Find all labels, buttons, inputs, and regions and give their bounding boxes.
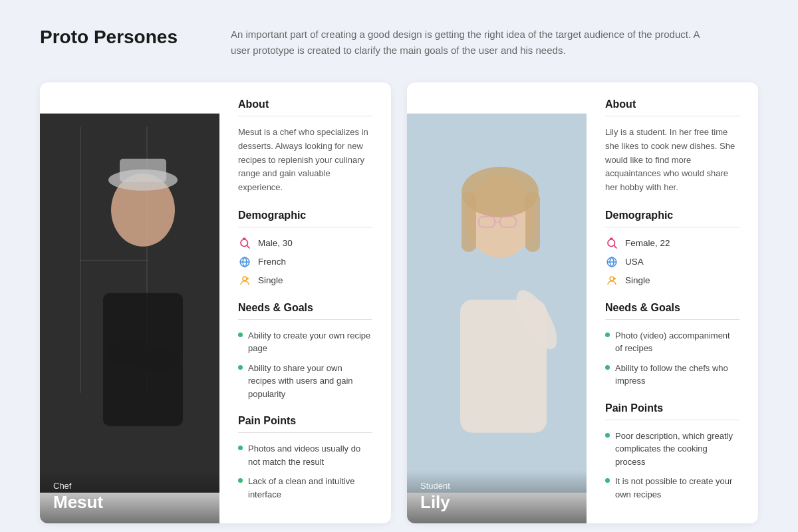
needs-title: Needs & Goals: [605, 302, 739, 314]
pain-item: Poor description, which greatly complica…: [605, 430, 739, 469]
svg-rect-7: [120, 159, 166, 182]
need-item: Ability to share your own recipes with u…: [238, 362, 372, 401]
persona-role: Chef: [53, 481, 206, 491]
about-text: Mesut is a chef who specializes in desse…: [238, 126, 372, 195]
section-divider: [605, 227, 739, 227]
needs-section: Needs & Goals Ability to create your own…: [238, 302, 372, 401]
need-text-0: Ability to create your own recipe page: [248, 329, 372, 355]
persona-role: Student: [420, 481, 573, 491]
demographic-icon-0: [605, 237, 618, 250]
needs-title: Needs & Goals: [238, 302, 372, 314]
pain-section: Pain Points Poor description, which grea…: [605, 402, 739, 501]
demographic-text-0: Female, 22: [625, 238, 670, 248]
demographic-text-2: Single: [625, 275, 650, 285]
svg-point-10: [133, 348, 180, 372]
section-divider: [605, 116, 739, 116]
svg-line-12: [247, 245, 249, 248]
need-text-0: Photo (video) accompaniment of recipes: [615, 329, 739, 355]
demographic-item: Single: [605, 274, 739, 287]
svg-rect-4: [80, 260, 148, 261]
demographic-icon-0: [238, 237, 251, 250]
persona-image-section: Student Lily: [407, 82, 587, 523]
demographic-icon-2: [605, 274, 618, 287]
svg-point-11: [241, 239, 248, 247]
needs-list: Ability to create your own recipe page A…: [238, 329, 372, 401]
need-item: Ability to create your own recipe page: [238, 329, 372, 355]
about-text: Lily is a student. In her free time she …: [605, 126, 739, 195]
bullet-dot: [238, 365, 243, 370]
persona-image-section: Chef Mesut: [40, 82, 219, 523]
need-item: Ability to follow the chefs who impress: [605, 362, 739, 388]
demographic-title: Demographic: [605, 209, 739, 221]
pain-text-1: It is not possible to create your own re…: [615, 475, 739, 501]
page-header: Proto Persones An important part of crea…: [40, 27, 758, 59]
bullet-dot: [605, 478, 610, 483]
pain-text-0: Poor description, which greatly complica…: [615, 430, 739, 469]
svg-point-17: [243, 277, 247, 281]
demographic-text-1: USA: [625, 257, 644, 267]
persona-details: About Lily is a student. In her free tim…: [587, 82, 758, 523]
pain-item: Lack of a clean and intuitive interface: [238, 475, 372, 501]
bullet-dot: [605, 365, 610, 370]
persona-card-mesut: Chef Mesut About Mesut is a chef who spe…: [40, 82, 391, 523]
pain-text-0: Photos and videos usually do not match t…: [248, 442, 372, 468]
persona-card-lily: Student Lily About Lily is a student. In…: [407, 82, 758, 523]
demographic-text-0: Male, 30: [258, 238, 293, 248]
demographic-item: Female, 22: [605, 237, 739, 250]
pain-item: Photos and videos usually do not match t…: [238, 442, 372, 468]
bullet-dot: [238, 332, 243, 337]
demographic-text-2: Single: [258, 275, 283, 285]
needs-section: Needs & Goals Photo (video) accompanimen…: [605, 302, 739, 388]
demographic-item: USA: [605, 255, 739, 269]
demographic-section: Demographic Male, 30 French Single: [238, 209, 372, 287]
svg-rect-22: [462, 192, 476, 252]
page-title: Proto Persones: [40, 27, 178, 48]
svg-point-35: [610, 277, 614, 281]
svg-point-29: [608, 239, 615, 247]
demographic-item: Single: [238, 274, 372, 287]
about-title: About: [605, 98, 739, 110]
section-divider: [238, 319, 372, 320]
pain-list: Photos and videos usually do not match t…: [238, 442, 372, 501]
persona-name: Mesut: [53, 492, 206, 513]
persona-details: About Mesut is a chef who specializes in…: [219, 82, 391, 523]
demographic-item: French: [238, 255, 372, 269]
demographic-text-1: French: [258, 257, 286, 267]
section-divider: [238, 432, 372, 433]
need-item: Photo (video) accompaniment of recipes: [605, 329, 739, 355]
persona-name: Lily: [420, 492, 573, 513]
pain-title: Pain Points: [238, 415, 372, 427]
pain-section: Pain Points Photos and videos usually do…: [238, 415, 372, 501]
demographic-title: Demographic: [238, 209, 372, 221]
page-description: An important part of creating a good des…: [231, 27, 710, 59]
section-divider: [605, 420, 739, 420]
svg-line-30: [614, 245, 616, 248]
demographic-icon-2: [238, 274, 251, 287]
pain-text-1: Lack of a clean and intuitive interface: [248, 475, 372, 501]
need-text-1: Ability to follow the chefs who impress: [615, 362, 739, 388]
persona-label: Student Lily: [407, 470, 587, 523]
demographic-section: Demographic Female, 22 USA Single: [605, 209, 739, 287]
section-divider: [605, 319, 739, 320]
bullet-dot: [238, 446, 243, 450]
bullet-dot: [605, 433, 610, 438]
pain-title: Pain Points: [605, 402, 739, 414]
bullet-dot: [605, 332, 610, 337]
section-divider: [238, 227, 372, 227]
demographic-icon-1: [238, 255, 251, 269]
demographic-icon-1: [605, 255, 618, 269]
about-title: About: [238, 98, 372, 110]
bullet-dot: [238, 478, 243, 483]
persona-label: Chef Mesut: [40, 470, 219, 523]
svg-rect-23: [525, 192, 540, 252]
pain-item: It is not possible to create your own re…: [605, 475, 739, 501]
pain-list: Poor description, which greatly complica…: [605, 430, 739, 501]
demographic-item: Male, 30: [238, 237, 372, 250]
section-divider: [238, 116, 372, 116]
personas-grid: Chef Mesut About Mesut is a chef who spe…: [40, 82, 758, 523]
need-text-1: Ability to share your own recipes with u…: [248, 362, 372, 401]
needs-list: Photo (video) accompaniment of recipes A…: [605, 329, 739, 388]
